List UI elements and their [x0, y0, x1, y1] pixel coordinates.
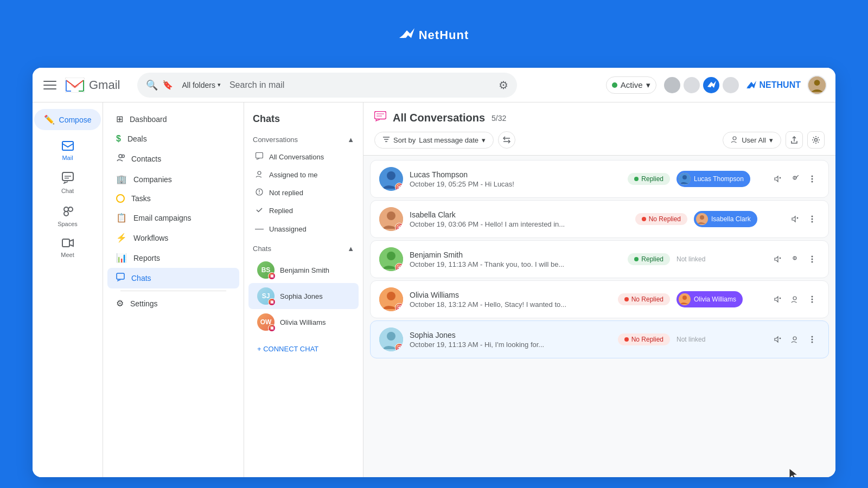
- settings-icon: ⚙: [116, 298, 124, 309]
- conv-item-lucas[interactable]: Lucas Thompson October 19, 05:25 PM - Hi…: [370, 160, 829, 198]
- companies-label: Companies: [133, 175, 172, 184]
- svg-point-99: [812, 339, 813, 341]
- chat-person-olivia[interactable]: OW ▣ Olivia Williams: [248, 309, 359, 335]
- deals-icon: $: [116, 134, 121, 144]
- sort-button[interactable]: Sort by Last message date ▾: [374, 132, 494, 149]
- sophia-mute-button[interactable]: [770, 332, 785, 347]
- gmail-header: Gmail 🔍 🔖 All folders ▾ Search in mail ⚙…: [33, 68, 835, 102]
- svg-point-54: [387, 211, 395, 220]
- user-avatar-header[interactable]: [807, 75, 827, 95]
- not-replied-label: Not replied: [269, 189, 303, 197]
- instagram-badge-benjamin: ▣: [268, 272, 276, 280]
- olivia-more-button[interactable]: [805, 292, 820, 307]
- lucas-more-button[interactable]: [805, 171, 820, 187]
- chats-collapse-icon: ▲: [347, 245, 354, 253]
- benjamin-status: Replied: [628, 253, 670, 265]
- olivia-preview: October 18, 13:12 AM - Hello, Stacy! I w…: [410, 300, 611, 309]
- svg-point-81: [400, 306, 401, 307]
- lucas-assign-button[interactable]: [787, 171, 802, 187]
- nav-replied[interactable]: Replied: [248, 202, 359, 220]
- sidebar-item-workflows[interactable]: ⚡ Workflows: [107, 228, 239, 248]
- isabella-more-button[interactable]: [805, 211, 820, 227]
- sophia-more-button[interactable]: [805, 332, 820, 347]
- sophia-user-button[interactable]: [787, 332, 802, 347]
- sidebar-item-chats[interactable]: Chats: [107, 268, 239, 288]
- filter-order-button[interactable]: [498, 131, 515, 149]
- lucas-mute-button[interactable]: [770, 171, 785, 187]
- connect-chat-button[interactable]: + CONNECT CHAT: [248, 339, 359, 358]
- user-all-button[interactable]: User All ▾: [723, 132, 781, 149]
- chats-subsection-header[interactable]: Chats ▲: [244, 238, 363, 257]
- isabella-info: Isabella Clark October 19, 03:06 PM - He…: [410, 210, 629, 228]
- sort-value-label: Last message date: [419, 136, 478, 144]
- conversations-collapse-icon: ▲: [347, 136, 354, 144]
- nav-not-replied[interactable]: Not replied: [248, 184, 359, 202]
- nethunt-header-brand: NETHUNT: [746, 80, 801, 90]
- sidebar-item-companies[interactable]: 🏢 Companies: [107, 169, 239, 189]
- sidebar-item-deals[interactable]: $ Deals: [107, 129, 239, 149]
- sidebar-item-dashboard[interactable]: ⊞ Dashboard: [107, 109, 239, 129]
- nav-unassigned[interactable]: — Unassigned: [248, 220, 359, 238]
- lucas-info: Lucas Thompson October 19, 05:25 PM - Hi…: [410, 170, 621, 188]
- svg-point-44: [682, 175, 687, 179]
- isabella-mute-button[interactable]: [787, 211, 802, 227]
- conv-item-benjamin[interactable]: Benjamin Smith October 19, 11:13 AM - Th…: [370, 240, 829, 278]
- lucas-status-dot: [634, 177, 639, 181]
- svg-point-87: [812, 296, 813, 298]
- lucas-message: Hi Lucas!: [485, 180, 514, 188]
- folder-chevron-icon: ▾: [218, 81, 221, 88]
- hamburger-menu-button[interactable]: [41, 76, 59, 94]
- settings-conv-button[interactable]: [807, 131, 825, 149]
- nethunt-brand-label: NetHunt: [419, 28, 469, 42]
- benjamin-more-button[interactable]: [805, 252, 820, 267]
- sidebar-item-tasks[interactable]: Tasks: [107, 189, 239, 208]
- sidebar-item-chat[interactable]: Chat: [33, 168, 103, 198]
- reports-icon: 📊: [116, 253, 127, 263]
- chat-nav-label: Chat: [61, 188, 74, 194]
- olivia-chat-avatar: OW ▣: [257, 313, 275, 331]
- filter-options-icon[interactable]: ⚙: [499, 79, 508, 92]
- sidebar-item-settings[interactable]: ⚙ Settings: [107, 293, 239, 313]
- search-input-placeholder[interactable]: Search in mail: [229, 80, 495, 90]
- conversations-title: All Conversations: [393, 112, 485, 124]
- svg-rect-22: [256, 153, 263, 158]
- sophia-conv-avatar: [379, 328, 403, 351]
- benjamin-message: Thank you, too. I will be...: [484, 260, 564, 268]
- lucas-date: October 19, 05:25 PM: [410, 180, 478, 188]
- mute-icon: [774, 175, 781, 183]
- all-conv-icon: [255, 152, 264, 162]
- olivia-user-button[interactable]: [787, 292, 802, 307]
- chat-person-sophia[interactable]: SJ ▣ Sophia Jones: [248, 283, 359, 309]
- conv-item-sophia[interactable]: Sophia Jones October 19, 11:13 AM - Hi, …: [370, 320, 829, 358]
- svg-point-64: [812, 221, 813, 223]
- conversations-toolbar: Sort by Last message date ▾: [374, 131, 825, 149]
- conversations-section-header[interactable]: Conversations ▲: [248, 131, 359, 148]
- chat-person-benjamin[interactable]: BS ▣ Benjamin Smith: [248, 257, 359, 283]
- benjamin-assign-button[interactable]: [787, 252, 802, 267]
- sidebar-item-mail[interactable]: Mail: [33, 137, 103, 165]
- active-status-button[interactable]: Active ▾: [606, 76, 656, 94]
- olivia-mute-button[interactable]: [770, 292, 785, 307]
- svg-point-39: [387, 171, 395, 180]
- replied-icon: [255, 206, 264, 215]
- export-button[interactable]: [786, 131, 803, 149]
- benjamin-status-dot: [634, 257, 639, 261]
- benjamin-actions: [770, 252, 820, 267]
- svg-point-50: [812, 176, 813, 177]
- nav-assigned-to-me[interactable]: Assigned to me: [248, 166, 359, 184]
- sidebar-item-contacts[interactable]: Contacts: [107, 149, 239, 169]
- compose-button[interactable]: ✏️ Compose: [34, 109, 101, 130]
- sidebar-item-meet[interactable]: Meet: [33, 234, 103, 262]
- isabella-status-badge: No Replied: [635, 213, 687, 225]
- conv-item-isabella[interactable]: Isabella Clark October 19, 03:06 PM - He…: [370, 200, 829, 238]
- sidebar-item-reports[interactable]: 📊 Reports: [107, 248, 239, 268]
- sidebar-item-email-campaigns[interactable]: 📋 Email campaigns: [107, 208, 239, 228]
- nav-all-conversations[interactable]: All Conversations: [248, 148, 359, 166]
- benjamin-mute-button[interactable]: [770, 252, 785, 267]
- chats-sidebar-icon: [116, 273, 125, 284]
- folder-selector[interactable]: All folders ▾: [177, 79, 225, 92]
- sidebar-item-spaces[interactable]: Spaces: [33, 201, 103, 232]
- svg-point-86: [793, 297, 796, 300]
- conv-item-olivia[interactable]: Olivia Williams October 18, 13:12 AM - H…: [370, 280, 829, 318]
- svg-point-51: [812, 178, 813, 180]
